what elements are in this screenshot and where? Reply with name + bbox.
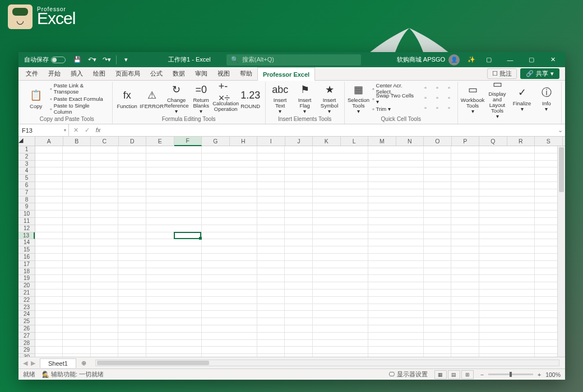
row-header[interactable]: 1: [18, 146, 35, 153]
fx-icon[interactable]: fx: [94, 127, 103, 134]
col-header[interactable]: R: [507, 137, 535, 146]
ribbon-info-[interactable]: ⓘInfo▾: [535, 83, 558, 114]
col-header[interactable]: C: [91, 137, 119, 146]
row-header[interactable]: 20: [18, 282, 35, 290]
cells-canvas[interactable]: [35, 146, 565, 357]
quickaccess-more-icon[interactable]: ▾: [120, 54, 132, 66]
ribbon-grid-btn[interactable]: ▫: [443, 103, 455, 113]
ribbon-insert-text-[interactable]: abcInsertText▾: [269, 83, 292, 114]
vertical-scrollbar[interactable]: [557, 146, 565, 357]
select-all-corner[interactable]: ◢: [18, 137, 35, 146]
search-box[interactable]: 🔍 搜索(Alt+Q): [226, 54, 361, 66]
row-header[interactable]: 13: [18, 232, 35, 240]
col-header[interactable]: J: [285, 137, 313, 146]
row-header[interactable]: 18: [18, 268, 35, 276]
ribbon-paste-link-transpose[interactable]: ▫Paste Link & Transpose: [48, 84, 109, 94]
col-header[interactable]: D: [119, 137, 147, 146]
zoom-slider[interactable]: [488, 374, 533, 375]
row-header[interactable]: 3: [18, 161, 35, 168]
row-header[interactable]: 28: [18, 340, 35, 347]
col-header[interactable]: G: [202, 137, 230, 146]
ribbon-copy[interactable]: 📋Copy: [25, 83, 47, 114]
view-normal-icon[interactable]: ▦: [434, 370, 447, 379]
row-header[interactable]: 15: [18, 246, 35, 254]
row-header[interactable]: 17: [18, 261, 35, 268]
undo-icon[interactable]: ↶▾: [86, 54, 98, 66]
ribbon-change-reference-[interactable]: ↻ChangeReference▾: [165, 83, 188, 114]
col-header[interactable]: O: [424, 137, 452, 146]
view-pagelayout-icon[interactable]: ▤: [448, 370, 460, 379]
maximize-button[interactable]: ▢: [521, 52, 542, 67]
row-header[interactable]: 24: [18, 311, 35, 318]
row-header[interactable]: 19: [18, 275, 35, 282]
ribbon-function[interactable]: fxFunction: [115, 83, 139, 114]
view-pagebreak-icon[interactable]: ⊞: [461, 370, 474, 379]
col-header[interactable]: P: [452, 137, 480, 146]
ribbon-insert-symbol-[interactable]: ★InsertSymbol▾: [318, 83, 341, 114]
sheet-nav-next-icon[interactable]: ▶: [30, 360, 36, 367]
menu-绘图[interactable]: 绘图: [88, 67, 110, 81]
menu-审阅[interactable]: 审阅: [190, 67, 212, 81]
ribbon-grid-btn[interactable]: ▫: [420, 103, 431, 113]
col-header[interactable]: B: [63, 137, 91, 146]
menu-professor-excel[interactable]: Professor Excel: [257, 67, 315, 81]
ribbon-workbook-tools-[interactable]: ▭WorkbookTools▾: [461, 83, 484, 114]
menu-视图[interactable]: 视图: [212, 67, 235, 81]
ribbon-center-acr-select-[interactable]: ▫Center Acr. Select.: [371, 84, 419, 94]
col-header[interactable]: N: [396, 137, 424, 146]
redo-icon[interactable]: ↷▾: [100, 54, 113, 66]
ribbon-grid-btn[interactable]: ▫: [420, 93, 431, 102]
menu-帮助[interactable]: 帮助: [235, 67, 257, 81]
coming-soon-icon[interactable]: ✨: [465, 54, 478, 66]
row-header[interactable]: 5: [18, 175, 35, 182]
row-header[interactable]: 30: [18, 354, 35, 357]
account-button[interactable]: 软购商城 APSGO👤: [392, 54, 464, 66]
ribbon-calculation-operation[interactable]: +-×÷CalculationOperation: [214, 83, 238, 114]
row-header[interactable]: 16: [18, 254, 35, 261]
row-header[interactable]: 7: [18, 189, 35, 197]
horizontal-scrollbar[interactable]: [95, 360, 559, 366]
menu-文件[interactable]: 文件: [21, 67, 43, 81]
close-button[interactable]: ✕: [543, 52, 563, 67]
col-header[interactable]: M: [368, 137, 396, 146]
share-button[interactable]: 🔗 共享 ▾: [520, 68, 559, 79]
col-header[interactable]: F: [174, 137, 202, 146]
add-sheet-button[interactable]: ⊕: [78, 360, 90, 367]
ribbon-round[interactable]: 1.23ROUND: [239, 83, 262, 114]
ribbon-paste-exact-formula[interactable]: ▫Paste Exact Formula: [48, 94, 109, 104]
row-header[interactable]: 10: [18, 211, 35, 218]
ribbon-swap-two-cells-[interactable]: ▫Swap Two Cells ▾: [371, 94, 419, 104]
row-header[interactable]: 4: [18, 167, 35, 175]
display-settings-button[interactable]: 🖵 显示器设置: [389, 371, 428, 379]
ribbon-options-icon[interactable]: ▢: [479, 52, 499, 67]
row-header[interactable]: 26: [18, 325, 35, 333]
col-header[interactable]: A: [35, 137, 63, 146]
selected-cell[interactable]: [174, 232, 201, 239]
name-box[interactable]: F13: [18, 124, 69, 136]
ribbon-grid-btn[interactable]: ▫: [432, 93, 443, 102]
ribbon-grid-btn[interactable]: ▫: [432, 103, 443, 113]
ribbon-paste-to-single-column[interactable]: ▫Paste to Single Column: [48, 104, 109, 114]
ribbon-selection-tools-[interactable]: ▦SelectionTools▾: [348, 83, 370, 114]
zoom-in-button[interactable]: +: [538, 371, 541, 378]
ribbon-grid-btn[interactable]: ▫: [432, 83, 443, 92]
row-header[interactable]: 29: [18, 347, 35, 354]
menu-数据[interactable]: 数据: [168, 67, 190, 81]
minimize-button[interactable]: —: [500, 52, 520, 67]
row-header[interactable]: 12: [18, 225, 35, 232]
ribbon-display-and-layout-tools-[interactable]: ▭Displayand Layout Tools▾: [485, 83, 509, 114]
formula-input[interactable]: [105, 124, 555, 136]
menu-页面布局[interactable]: 页面布局: [110, 67, 145, 81]
row-header[interactable]: 25: [18, 318, 35, 325]
menu-公式[interactable]: 公式: [145, 67, 168, 81]
autosave-toggle[interactable]: 自动保存: [21, 55, 69, 64]
save-icon[interactable]: 💾: [71, 54, 84, 66]
row-header[interactable]: 23: [18, 304, 35, 311]
ribbon-finalize-[interactable]: ✓Finalize▾: [510, 83, 534, 114]
col-header[interactable]: S: [535, 137, 563, 146]
row-header[interactable]: 27: [18, 333, 35, 340]
zoom-level[interactable]: 100%: [545, 371, 561, 378]
ribbon-grid-btn[interactable]: ▫: [443, 93, 455, 102]
col-header[interactable]: K: [313, 137, 341, 146]
row-header[interactable]: 9: [18, 203, 35, 211]
